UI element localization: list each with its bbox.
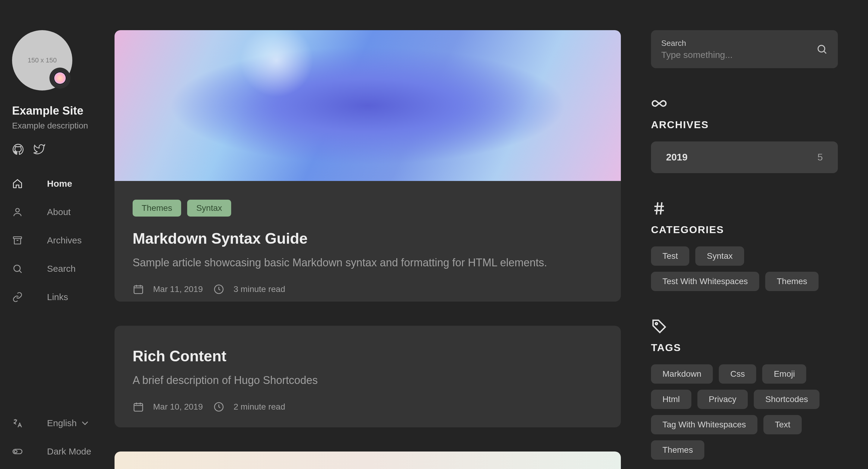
category-chip[interactable]: Syntax [695,246,744,266]
left-sidebar: 150 x 150 Example Site Example descripti… [0,0,115,469]
tag-chip[interactable]: Css [719,364,756,384]
post-body: Rich Content A brief description of Hugo… [115,326,621,428]
post-read-time: 2 minute read [213,401,285,413]
post-card[interactable]: Rich Content A brief description of Hugo… [115,326,621,428]
nav-search-label: Search [47,264,76,274]
category-chip[interactable]: Test With Whitespaces [651,272,759,291]
search-icon [12,263,23,274]
tag-chip[interactable]: Markdown [651,364,713,384]
search-label: Search [661,39,733,48]
calendar-icon [133,401,144,413]
github-icon[interactable] [12,143,24,156]
nav-about[interactable]: About [12,207,102,217]
site-title: Example Site [12,105,102,117]
post-read-time-text: 3 minute read [234,285,285,294]
nav-home-label: Home [47,179,72,189]
search-placeholder: Type something... [661,50,733,60]
nav-search[interactable]: Search [12,263,102,274]
language-selector[interactable]: English [12,418,102,429]
tag-icon [651,318,667,334]
post-title: Rich Content [133,348,603,365]
post-featured-image [115,30,621,181]
avatar-text: 150 x 150 [28,56,57,64]
tag-chip[interactable]: Text [764,415,802,434]
post-read-time-text: 2 minute read [234,402,285,412]
svg-point-0 [16,208,19,212]
search-text: Search Type something... [661,39,733,60]
avatar-wrap[interactable]: 150 x 150 [12,30,72,90]
post-body: Themes Syntax Markdown Syntax Guide Samp… [115,181,621,302]
post-date-text: Mar 10, 2019 [153,402,203,412]
archive-year[interactable]: 2019 5 [651,142,838,173]
home-icon [12,178,23,189]
post-card-peek[interactable] [115,451,621,469]
calendar-icon [133,284,144,295]
search-box[interactable]: Search Type something... [651,30,838,68]
tag-chip[interactable]: Shortcodes [754,390,819,409]
tag-chip[interactable]: Tag With Whitespaces [651,415,757,434]
post-meta: Mar 11, 2019 3 minute read [133,284,603,295]
archives-section: ARCHIVES 2019 5 [651,95,838,173]
category-chip[interactable]: Test [651,246,689,266]
site-description: Example description [12,121,102,130]
user-icon [12,207,23,217]
category-chip[interactable]: Themes [765,272,818,291]
post-tags: Themes Syntax [133,200,603,216]
post-card[interactable]: Themes Syntax Markdown Syntax Guide Samp… [115,30,621,302]
archives-heading: ARCHIVES [651,119,838,130]
post-read-time: 3 minute read [213,284,285,295]
nav-links-label: Links [47,292,68,302]
archive-year-label: 2019 [666,152,687,163]
categories-section: CATEGORIES Test Syntax Test With Whitesp… [651,200,838,291]
clock-icon [213,284,224,295]
dark-mode-toggle[interactable]: Dark Mode [12,446,102,457]
nav-home[interactable]: Home [12,178,102,189]
archive-icon [12,235,23,246]
nav-links[interactable]: Links [12,292,102,302]
svg-rect-5 [134,286,143,293]
post-date: Mar 10, 2019 [133,401,203,413]
language-label: English [47,418,90,429]
sidebar-bottom: English Dark Mode [12,418,102,457]
post-date: Mar 11, 2019 [133,284,203,295]
svg-point-2 [14,265,20,271]
clock-icon [213,401,224,413]
categories-heading: CATEGORIES [651,224,838,236]
svg-point-10 [655,323,658,325]
social-links [12,143,102,156]
tag-chip[interactable]: Emoji [762,364,806,384]
language-icon [12,418,23,429]
post-tag[interactable]: Syntax [187,200,231,216]
tag-chip[interactable]: Privacy [698,390,748,409]
chevron-down-icon [80,418,90,429]
post-tag[interactable]: Themes [133,200,181,216]
tag-chips: Markdown Css Emoji Html Privacy Shortcod… [651,364,838,460]
tags-section: TAGS Markdown Css Emoji Html Privacy Sho… [651,318,838,460]
post-subtitle: Sample article showcasing basic Markdown… [133,255,603,270]
nav-archives[interactable]: Archives [12,235,102,246]
infinity-icon [651,95,667,112]
tag-chip[interactable]: Themes [651,440,704,460]
twitter-icon[interactable] [33,143,45,156]
category-chips: Test Syntax Test With Whitespaces Themes [651,246,838,291]
dark-mode-label: Dark Mode [47,446,91,457]
post-title: Markdown Syntax Guide [133,230,603,247]
avatar-badge [50,67,70,89]
avatar-badge-emoji-icon [53,71,67,85]
tag-chip[interactable]: Html [651,390,691,409]
archive-year-count: 5 [817,152,823,163]
post-date-text: Mar 11, 2019 [153,285,203,294]
link-icon [12,292,23,302]
svg-rect-1 [13,237,22,239]
svg-point-9 [818,45,825,52]
hash-icon [651,200,667,216]
main-content: Themes Syntax Markdown Syntax Guide Samp… [115,0,621,469]
post-subtitle: A brief description of Hugo Shortcodes [133,373,603,388]
svg-rect-7 [134,404,143,411]
tags-heading: TAGS [651,342,838,353]
toggle-icon [12,446,23,457]
post-meta: Mar 10, 2019 2 minute read [133,401,603,413]
right-sidebar: Search Type something... ARCHIVES 2019 5… [639,0,850,469]
search-icon [816,43,828,55]
nav-archives-label: Archives [47,235,82,245]
